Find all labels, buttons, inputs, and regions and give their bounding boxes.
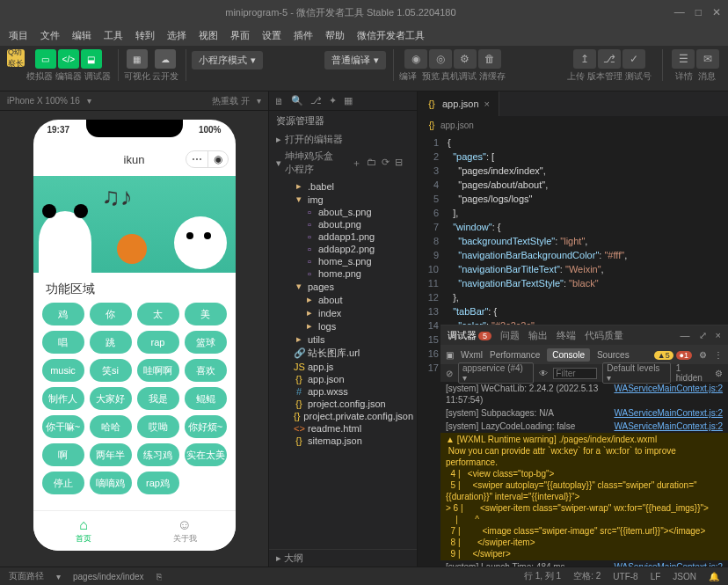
explorer-ai-icon[interactable]: ✦ xyxy=(329,95,337,106)
sound-button[interactable]: 停止 xyxy=(42,472,84,494)
sound-button[interactable]: 鸡 xyxy=(42,303,84,325)
tree-item[interactable]: ▸index xyxy=(269,306,417,319)
tree-item[interactable]: ▫addapp2.png xyxy=(269,243,417,255)
sound-button[interactable]: 美 xyxy=(185,303,227,325)
context-selector[interactable]: appservice (#4) ▾ xyxy=(458,362,534,384)
banner[interactable]: ♫♪ xyxy=(33,176,236,273)
cloud-toggle[interactable]: ☁ xyxy=(155,49,176,69)
tree-item[interactable]: 🔗站长图库.url xyxy=(269,346,417,361)
tree-item[interactable]: ▫about_s.png xyxy=(269,206,417,218)
notification-icon[interactable]: 🔔 xyxy=(709,572,719,581)
menu-edit[interactable]: 编辑 xyxy=(67,27,97,44)
tab-home[interactable]: ⌂ 首页 xyxy=(33,511,135,551)
panel-close-icon[interactable]: × xyxy=(716,330,721,340)
sound-button[interactable]: 喜欢 xyxy=(185,359,227,382)
eol[interactable]: LF xyxy=(651,572,661,581)
menu-plugins[interactable]: 插件 xyxy=(288,27,318,44)
menu-project[interactable]: 项目 xyxy=(4,27,33,44)
sound-button[interactable]: 跳 xyxy=(90,331,132,354)
tree-item[interactable]: {}project.config.json xyxy=(269,398,417,410)
sound-button[interactable]: 练习鸡 xyxy=(137,443,179,466)
explorer-branch-icon[interactable]: ⎇ xyxy=(310,95,322,106)
refresh-icon[interactable]: ⟳ xyxy=(382,157,389,170)
avatar-icon[interactable]: Q幼察长 xyxy=(7,49,25,67)
sound-button[interactable]: 嘀嘀鸡 xyxy=(90,472,132,494)
log-source-link[interactable]: WAServiceMainContext.js:2 xyxy=(614,420,723,432)
message-button[interactable]: ✉ xyxy=(696,49,719,69)
filter-input[interactable] xyxy=(553,368,597,379)
clear-cache-button[interactable]: 🗑 xyxy=(478,49,501,69)
capsule-close-icon[interactable]: ◉ xyxy=(207,151,228,167)
indent-setting[interactable]: 空格: 2 xyxy=(573,570,601,582)
tree-item[interactable]: ▸.babel xyxy=(269,179,417,193)
tree-item[interactable]: {}app.json xyxy=(269,373,417,385)
sound-button[interactable]: 哈哈 xyxy=(90,415,132,438)
tree-item[interactable]: JSapp.js xyxy=(269,361,417,373)
compile-button[interactable]: ◉ xyxy=(404,49,427,69)
upload-button[interactable]: ↥ xyxy=(573,49,596,69)
close-tab-icon[interactable]: × xyxy=(484,99,490,109)
tree-item[interactable]: {}project.private.config.json xyxy=(269,410,417,422)
outline-section[interactable]: ▸ 大纲 xyxy=(269,549,417,567)
sound-button[interactable]: 两年半 xyxy=(90,443,132,466)
tree-item[interactable]: ▫home.png xyxy=(269,267,417,280)
menu-devtools[interactable]: 微信开发者工具 xyxy=(352,27,430,44)
remote-debug-button[interactable]: ⚙ xyxy=(454,49,477,69)
sound-button[interactable]: 大家好 xyxy=(90,387,132,410)
editor-tab-app-json[interactable]: {} app.json × xyxy=(418,91,499,116)
sound-button[interactable]: 你干嘛~ xyxy=(42,415,84,438)
editor-toggle[interactable]: </> xyxy=(58,49,79,69)
tab-quality[interactable]: 代码质量 xyxy=(585,329,623,342)
test-button[interactable]: ✓ xyxy=(622,49,645,69)
devtools-settings-icon[interactable]: ⚙ xyxy=(699,350,707,360)
tree-item[interactable]: ▫about.png xyxy=(269,218,417,230)
close-button[interactable]: ✕ xyxy=(712,6,721,18)
tree-item[interactable]: ▸utils xyxy=(269,333,417,346)
sound-button[interactable]: 笑si xyxy=(90,359,132,382)
encoding[interactable]: UTF-8 xyxy=(613,572,637,581)
debugger-toggle[interactable]: ⬓ xyxy=(81,49,102,69)
sound-button[interactable]: rap鸡 xyxy=(137,472,179,494)
explorer-search-icon[interactable]: 🔍 xyxy=(291,95,303,106)
tree-item[interactable]: ▫addapp1.png xyxy=(269,230,417,243)
devtab-perf[interactable]: Performance xyxy=(490,350,540,360)
open-editors-section[interactable]: ▸ 打开的编辑器 xyxy=(269,131,417,148)
eye-icon[interactable]: 👁 xyxy=(539,369,548,378)
collapse-icon[interactable]: ⊟ xyxy=(395,157,403,170)
devtools-toggle-icon[interactable]: ▣ xyxy=(446,350,454,360)
console-output[interactable]: [system] WeChatLib: 2.24.2 (2022.5.13 11… xyxy=(440,382,728,567)
levels-selector[interactable]: Default levels ▾ xyxy=(602,362,670,384)
tree-item[interactable]: ▫home_s.png xyxy=(269,255,417,267)
mode-dropdown[interactable]: 小程序模式 ▾ xyxy=(192,51,263,69)
copy-path-icon[interactable]: ⎘ xyxy=(157,572,162,581)
explorer-ext-icon[interactable]: ▦ xyxy=(344,95,353,106)
tab-output[interactable]: 输出 xyxy=(528,329,548,342)
sound-button[interactable]: 你 xyxy=(90,303,132,325)
preview-button[interactable]: ◎ xyxy=(429,49,452,69)
console-clear-icon[interactable]: ⊘ xyxy=(446,369,453,378)
menu-help[interactable]: 帮助 xyxy=(320,27,350,44)
sound-button[interactable]: 篮球 xyxy=(185,331,227,354)
new-file-icon[interactable]: ＋ xyxy=(352,157,361,170)
log-source-link[interactable]: WAServiceMainContext.js:2 xyxy=(614,383,723,406)
capsule-menu-icon[interactable]: ⋯ xyxy=(186,151,207,167)
tab-problems[interactable]: 问题 xyxy=(500,329,520,342)
sound-button[interactable]: 太 xyxy=(137,303,179,325)
tree-item[interactable]: {}sitemap.json xyxy=(269,435,417,447)
sound-button[interactable]: 唱 xyxy=(42,331,84,354)
err-count[interactable]: ●1 xyxy=(676,351,692,360)
menu-settings[interactable]: 设置 xyxy=(257,27,287,44)
menu-interface[interactable]: 界面 xyxy=(225,27,255,44)
menu-tools[interactable]: 工具 xyxy=(98,27,128,44)
log-source-link[interactable]: WAServiceMainContext.js:2 xyxy=(614,407,723,419)
sound-button[interactable]: 制作人 xyxy=(42,387,84,410)
sound-button[interactable]: 哎呦 xyxy=(137,415,179,438)
sound-button[interactable]: 我是 xyxy=(137,387,179,410)
devtab-wxml[interactable]: Wxml xyxy=(461,350,483,360)
explorer-files-icon[interactable]: 🗎 xyxy=(274,96,284,106)
new-folder-icon[interactable]: 🗀 xyxy=(367,157,376,170)
language-mode[interactable]: JSON xyxy=(673,572,696,581)
cursor-position[interactable]: 行 1, 列 1 xyxy=(524,570,561,582)
sound-button[interactable]: 鲲鲲 xyxy=(185,387,227,410)
panel-max-icon[interactable]: ⤢ xyxy=(699,330,707,341)
